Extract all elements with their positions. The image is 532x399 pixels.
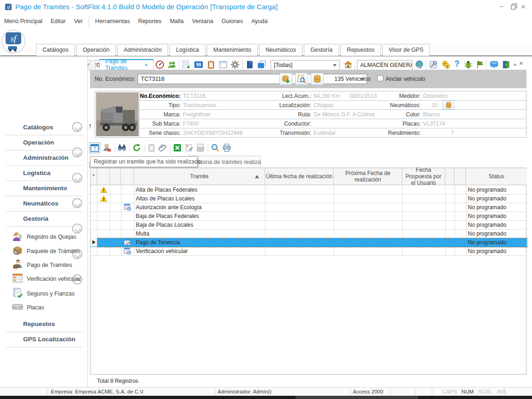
tools-search-icon[interactable] [429,60,438,69]
table-row[interactable]: Multa No programado [91,229,527,238]
grid-header-status[interactable]: Status [466,168,527,185]
grid-header-tramite[interactable]: Tramite [134,168,265,185]
table-row[interactable]: 12 Autorización ante Ecología No program… [91,203,527,212]
warehouse-input[interactable]: ALMACÉN GENERAL [357,60,412,70]
warning-icon [100,195,107,202]
sidebar-section-gps-localizacion[interactable]: GPS Localización [23,336,75,343]
module-tab-mantenimiento[interactable]: Mantenimiento [207,44,258,56]
export-excel-button[interactable] [173,143,182,152]
sidebar-section-catalogos[interactable]: Catálogos [23,124,53,131]
sidebar-item-seguros-fianzas[interactable]: Seguros y Fianzas [27,290,75,297]
currency-icon[interactable]: €$ [441,60,451,69]
expand-down-icon[interactable] [72,147,82,157]
tires-database-button[interactable] [442,101,454,109]
gauge-icon[interactable] [155,60,164,69]
module-tab-administracion[interactable]: Administración [117,44,168,56]
sidebar-section-neumaticos[interactable]: Neumáticos [23,200,59,207]
sidebar-section-gestoria[interactable]: Gestoría [23,215,48,222]
table-row[interactable]: Altas de Placas Locales No programado [91,194,527,203]
collapse-panel-arrow-icon[interactable]: ↑ [88,122,92,130]
module-tab-catalogos[interactable]: Catálogos [36,44,75,56]
vehicle-combo[interactable]: TCT3116 [138,74,367,84]
layout-icon[interactable] [218,60,228,69]
expand-down-icon[interactable] [72,173,82,183]
sidebar-item-pago-tramites[interactable]: Pago de Tramites [27,262,72,268]
document-tab-pago-tramites[interactable]: Pago de Tramites × [99,59,154,69]
sidebar-section-mantenimiento[interactable]: Mantenimiento [23,185,67,192]
menu-item-guiones[interactable]: Guiones [218,18,248,24]
anchor-vehicle-label: Anclar vehículo [386,76,425,82]
vehicle-database-button[interactable] [311,73,324,85]
exit-door-icon[interactable] [502,60,511,69]
grid-header-fecha-pospuesta[interactable]: Fecha Pospuesta por el Usuario [402,168,445,185]
sidebar-item-verificacion-vehicular[interactable]: Verificación vehicular [27,276,81,282]
sidebar-section-logistica[interactable]: Logistica [23,169,50,176]
close-button[interactable]: × [521,2,526,12]
expand-down-icon[interactable] [72,122,82,132]
grid-header-proxima-fecha[interactable]: Próxima Fecha de realización [334,168,402,185]
menu-item-herramientas[interactable]: Herramientas [91,18,134,24]
add-vehicle-button[interactable] [279,73,292,85]
sidebar-section-operacion[interactable]: Operación [23,139,54,146]
tasks-clipboard-icon[interactable] [206,60,216,69]
attach-button[interactable] [158,143,167,152]
notebook-icon[interactable] [245,60,254,69]
table-row[interactable]: Baja de Placas Locales No programado [91,220,527,229]
search-records-button[interactable] [117,143,127,152]
grid-header-ultima-fecha[interactable]: Última fecha de realización [265,168,334,185]
minimize-button[interactable]: – [500,2,503,10]
export-txt-button[interactable]: TXT [196,143,205,152]
sidebar-item-paquete-tramites[interactable]: Paquete de Trámites [27,248,80,254]
module-tab-neumaticos[interactable]: Neumáticos [259,44,302,56]
menu-item-editar[interactable]: Editar [47,18,70,24]
menu-item-reportes[interactable]: Reportes [134,18,166,24]
menu-item-ayuda[interactable]: Ayuda [247,18,272,24]
sidebar-section-repuestos[interactable]: Repuestos [23,320,55,327]
tab-close-icon[interactable]: × [144,61,148,68]
menu-item-menu-principal[interactable]: Menú Principal [0,18,47,24]
module-tab-gestoria[interactable]: Gestoría [304,44,339,56]
register-tramite-button[interactable]: 7 [89,142,100,153]
table-row[interactable]: 12 Verificacion vehicular No programado [91,247,527,255]
remove-tramite-button[interactable] [103,143,112,152]
print-preview-button[interactable] [211,143,220,152]
search-vehicle-button[interactable] [295,73,308,85]
menu-item-ver[interactable]: Ver [70,18,87,24]
scope-combo[interactable]: [Todas] [271,60,340,70]
sidebar-item-registro-quejas[interactable]: Registro de Quejas [27,234,76,240]
table-row[interactable]: Baja de Placas Federales No programado [91,212,527,220]
table-row[interactable]: Alta de Placas Federales No programado [91,185,527,194]
help-icon[interactable]: ? [454,59,459,69]
refresh-button[interactable] [132,143,141,152]
grid-toolbar: 7 TXT [89,142,526,155]
users-icon[interactable] [167,60,176,69]
anchor-vehicle-checkbox[interactable] [377,75,383,81]
module-tab-operacion[interactable]: Operación [76,44,116,56]
home-icon[interactable] [344,60,353,69]
expand-down-icon[interactable] [72,224,82,234]
menu-item-ventana[interactable]: Ventana [188,18,218,24]
quick-99-icon[interactable]: 99 [194,60,203,69]
module-tab-repuestos[interactable]: Repuestos [340,44,381,56]
paste-button[interactable] [147,143,156,152]
print-button[interactable] [222,143,231,152]
expand-down-icon[interactable] [72,198,82,208]
sidebar-section-administracion[interactable]: Administración [23,154,68,161]
remove-person-icon [103,143,112,152]
edit-note-button[interactable] [184,143,193,152]
table-row-selected[interactable]: 12 Pago de Tenencia No programado [91,238,527,247]
menu-item-malla[interactable]: Malla [166,18,188,24]
restore-button[interactable] [511,3,517,10]
globe-icon[interactable] [415,60,424,69]
new-document-icon[interactable] [181,60,191,69]
module-tab-logistica[interactable]: Logística [169,44,206,56]
overflow-icon[interactable]: ›› [514,61,516,68]
sidebar-item-placas[interactable]: Placas [27,304,44,311]
settings-gear-icon[interactable] [230,60,240,69]
flag-icon[interactable] [475,60,484,69]
document-area-close-icon[interactable]: × [519,59,523,67]
feedback-bubble-icon[interactable] [490,60,499,69]
bug-report-icon[interactable] [464,60,473,69]
windows-icon[interactable] [257,60,266,69]
module-tab-visor-gps[interactable]: Visor de GPS [382,44,430,56]
